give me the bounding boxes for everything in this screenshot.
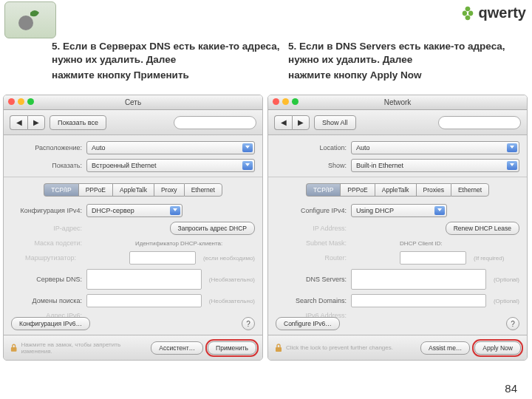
client-hint: (если необходимо) — [203, 255, 255, 262]
caption-right: 5. Если в DNS Servers есть какие-то адре… — [288, 40, 517, 82]
location-select[interactable]: Auto — [86, 141, 255, 154]
assist-button[interactable]: Ассистент… — [151, 341, 203, 355]
divider — [4, 177, 262, 177]
search-input[interactable] — [174, 116, 256, 129]
show-all-button[interactable]: Показать все — [50, 115, 106, 130]
domains-field[interactable] — [351, 294, 486, 307]
forward-button[interactable]: ▶ — [292, 115, 310, 130]
renew-button[interactable]: Renew DHCP Lease — [446, 222, 519, 235]
tab-pppoe[interactable]: PPPoE — [78, 183, 112, 197]
divider — [268, 177, 527, 177]
dns-hint: (Optional) — [494, 276, 519, 283]
dns-label: Серверы DNS: — [11, 276, 82, 283]
toolbar: ◀ ▶ Показать все — [4, 110, 262, 135]
domains-label: Домены поиска: — [11, 297, 82, 304]
window-title: Сеть — [125, 98, 141, 106]
forward-button[interactable]: ▶ — [27, 115, 45, 130]
dns-field[interactable] — [351, 269, 486, 290]
tab-bar: TCP/IP PPPoE AppleTalk Proxies Ethernet — [276, 183, 519, 197]
back-button[interactable]: ◀ — [274, 115, 292, 130]
tab-appletalk[interactable]: AppleTalk — [375, 183, 416, 197]
footer: Нажмите на замок, чтобы запретить измене… — [4, 335, 262, 360]
ip-label: IP-адрес: — [11, 225, 82, 232]
caption-left-line1: 5. Если в Серверах DNS есть какие-то адр… — [52, 41, 279, 65]
location-label: Location: — [276, 144, 347, 151]
page-number: 84 — [505, 382, 517, 395]
caption-left: 5. Если в Серверах DNS есть какие-то адр… — [52, 40, 281, 82]
dns-hint: (Необязательно) — [209, 276, 255, 283]
tab-ethernet[interactable]: Ethernet — [451, 183, 489, 197]
lock-button[interactable]: Click the lock to prevent further change… — [274, 344, 393, 352]
tab-pppoe[interactable]: PPPoE — [340, 183, 374, 197]
domains-hint: (Optional) — [494, 298, 519, 304]
lock-text: Нажмите на замок, чтобы запретить измене… — [21, 341, 146, 355]
tab-ethernet[interactable]: Ethernet — [184, 183, 222, 197]
window-controls[interactable] — [8, 98, 34, 105]
assist-button[interactable]: Assist me… — [420, 341, 470, 355]
show-select[interactable]: Built-in Ethernet — [351, 159, 519, 172]
cfg-label: Конфигурация IPv4: — [11, 207, 82, 214]
ip-label: IP Address: — [276, 225, 347, 232]
location-label: Расположение: — [11, 144, 82, 151]
show-label: Show: — [276, 162, 347, 169]
dns-field[interactable] — [86, 269, 202, 290]
show-select[interactable]: Встроенный Ethernet — [86, 159, 255, 172]
footer: Click the lock to prevent further change… — [268, 335, 527, 360]
client-label: Идентификатор DHCP-клиента: — [135, 240, 255, 247]
show-all-button[interactable]: Show All — [314, 115, 356, 130]
back-button[interactable]: ◀ — [10, 115, 27, 130]
renew-button[interactable]: Запросить адрес DHCP — [170, 222, 255, 235]
tab-bar: TCP/IP PPPoE AppleTalk Proxy Ethernet — [11, 183, 255, 197]
svg-point-0 — [18, 16, 33, 30]
brand-mark: qwerty — [460, 4, 526, 21]
prefs-window-ru: Сеть ◀ ▶ Показать все Расположение: Auto… — [3, 95, 263, 361]
cfg-select[interactable]: Using DHCP — [351, 204, 447, 217]
ipv6-config-button[interactable]: Configure IPv6… — [276, 317, 340, 330]
brand-text: qwerty — [479, 4, 526, 21]
tab-proxies[interactable]: Proxies — [416, 183, 451, 197]
svg-rect-1 — [11, 347, 17, 352]
location-select[interactable]: Auto — [351, 141, 519, 154]
client-label: DHCP Client ID: — [400, 240, 519, 247]
window-controls[interactable] — [273, 98, 299, 105]
titlebar: Сеть — [4, 95, 262, 110]
client-hint: (If required) — [474, 255, 504, 262]
window-title: Network — [384, 98, 412, 106]
domains-label: Search Domains: — [276, 297, 347, 304]
prefs-window-en: Network ◀ ▶ Show All Location: Auto Show… — [267, 95, 528, 361]
tab-proxy[interactable]: Proxy — [154, 183, 184, 197]
svg-rect-2 — [276, 347, 282, 352]
tab-appletalk[interactable]: AppleTalk — [112, 183, 154, 197]
dns-label: DNS Servers: — [276, 276, 347, 283]
domains-hint: (Необязательно) — [209, 298, 255, 304]
apply-button[interactable]: Apply Now — [474, 341, 521, 355]
titlebar: Network — [268, 95, 527, 110]
client-field[interactable] — [129, 251, 196, 265]
slide-logo — [4, 1, 56, 38]
router-label: Маршрутизатор: — [11, 254, 76, 262]
caption-right-line1: 5. Если в DNS Servers есть какие-то адре… — [288, 41, 505, 65]
cfg-label: Configure IPv4: — [276, 207, 347, 214]
apply-button[interactable]: Применить — [208, 341, 256, 355]
cfg-select[interactable]: DHCP-сервер — [86, 204, 183, 217]
help-button[interactable]: ? — [242, 317, 255, 330]
search-input[interactable] — [438, 116, 521, 129]
lock-text: Click the lock to prevent further change… — [286, 344, 393, 351]
caption-left-line2: нажмите кнопку Применить — [52, 69, 281, 82]
lock-button[interactable]: Нажмите на замок, чтобы запретить измене… — [10, 341, 146, 355]
help-button[interactable]: ? — [506, 317, 519, 330]
tab-tcpip[interactable]: TCP/IP — [306, 183, 340, 197]
client-field[interactable] — [400, 251, 466, 265]
mask-label: Subnet Mask: — [276, 239, 347, 247]
mask-label: Маска подсети: — [11, 239, 82, 247]
tab-tcpip[interactable]: TCP/IP — [44, 183, 78, 197]
router-label: Router: — [276, 254, 347, 262]
ipv6-config-button[interactable]: Конфигурация IPv6… — [11, 317, 90, 330]
show-label: Показать: — [11, 162, 82, 169]
domains-field[interactable] — [86, 294, 202, 307]
caption-right-line2: нажмите кнопку Apply Now — [288, 69, 517, 82]
toolbar: ◀ ▶ Show All — [268, 110, 527, 135]
